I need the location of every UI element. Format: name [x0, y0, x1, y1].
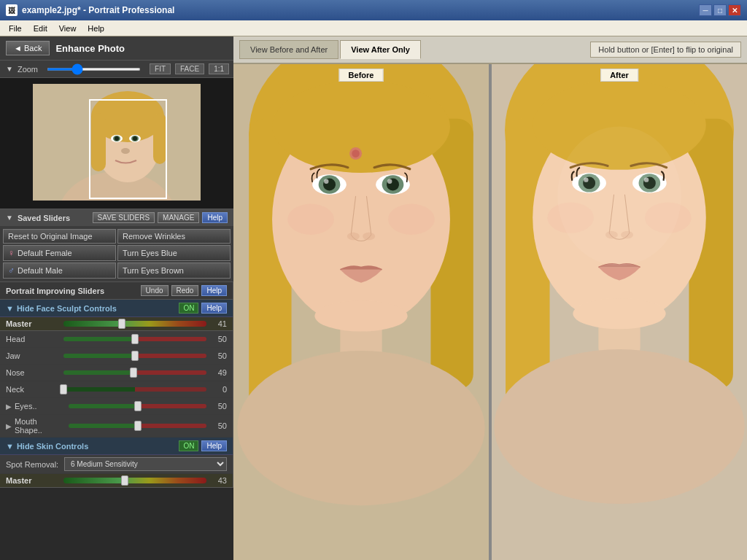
mouth-label: Mouth Shape..: [15, 417, 66, 435]
saved-sliders-help-button[interactable]: Help: [202, 212, 228, 223]
face-sculpt-master-handle[interactable]: [118, 319, 125, 329]
eyes-slider-row: ▶ Eyes.. 50: [0, 398, 233, 415]
save-sliders-button[interactable]: SAVE SLIDERS: [93, 212, 155, 223]
svg-point-20: [237, 351, 484, 505]
after-label: After: [600, 69, 638, 82]
zoom-fit-button[interactable]: FIT: [150, 63, 171, 74]
skin-controls-toggle[interactable]: ▼: [6, 442, 14, 451]
main-layout: ◄ Back Enhance Photo ▼ Zoom FIT FACE 1:1…: [0, 36, 747, 560]
spot-removal-label: Spot Removal:: [6, 460, 64, 469]
svg-point-26: [324, 179, 328, 184]
redo-button[interactable]: Redo: [171, 285, 199, 296]
jaw-track-container: [63, 350, 206, 362]
skin-master-handle[interactable]: [121, 475, 128, 486]
zoom-1to1-button[interactable]: 1:1: [209, 63, 229, 74]
portrait-section: Portrait Improving Sliders Undo Redo Hel…: [0, 282, 233, 488]
mouth-slider-row: ▶ Mouth Shape.. 50: [0, 415, 233, 438]
face-sculpt-master-track: [63, 321, 206, 327]
neck-track-container: [63, 384, 206, 395]
svg-point-56: [573, 298, 665, 329]
menu-edit[interactable]: Edit: [28, 23, 53, 34]
svg-point-36: [287, 204, 334, 235]
undo-button[interactable]: Undo: [141, 285, 169, 296]
zoom-face-button[interactable]: FACE: [175, 63, 204, 74]
skin-master-row: Master 43: [0, 474, 233, 488]
jaw-label: Jaw: [6, 351, 61, 360]
head-value: 50: [209, 335, 227, 343]
zoom-slider[interactable]: [47, 68, 141, 71]
right-panel: View Before and After View After Only Ho…: [233, 36, 747, 560]
back-button[interactable]: ◄ Back: [6, 41, 50, 55]
face-sculpt-master-value: 41: [209, 319, 227, 328]
skin-controls-help-button[interactable]: Help: [201, 440, 227, 451]
maximize-button[interactable]: □: [713, 4, 727, 16]
head-label: Head: [6, 335, 61, 343]
menu-file[interactable]: File: [3, 23, 28, 34]
skin-master-value: 43: [209, 476, 227, 485]
view-tabs: View Before and After View After Only Ho…: [233, 36, 747, 64]
left-panel-scroll[interactable]: ▼ Saved Sliders SAVE SLIDERS MANAGE Help…: [0, 209, 233, 560]
preset-reset-button[interactable]: Reset to Original Image: [3, 229, 116, 244]
mouth-handle[interactable]: [134, 421, 142, 431]
nose-slider-row: Nose 49: [0, 365, 233, 381]
svg-point-37: [388, 204, 435, 235]
face-sculpt-on-button[interactable]: ON: [179, 303, 198, 314]
svg-point-32: [363, 233, 375, 241]
svg-point-30: [387, 179, 392, 184]
eyes-expand-toggle[interactable]: ▶: [6, 402, 12, 411]
preset-female-button[interactable]: ♀ Default Female: [3, 245, 116, 261]
face-sculpt-toggle[interactable]: ▼: [6, 304, 14, 313]
thumbnail-image: [33, 84, 201, 201]
skin-controls-section: ▼ Hide Skin Controls ON Help Spot Remova…: [0, 438, 233, 488]
neck-slider-row: Neck 0: [0, 381, 233, 398]
title-bar: 🖼 example2.jpg* - Portrait Professional …: [0, 0, 747, 20]
skin-controls-on-button[interactable]: ON: [179, 440, 198, 451]
eyes-handle[interactable]: [134, 401, 142, 411]
svg-rect-5: [91, 113, 106, 171]
head-slider-row: Head 50: [0, 331, 233, 348]
before-label: Before: [339, 69, 384, 82]
saved-sliders-toggle[interactable]: ▼: [6, 214, 13, 222]
head-handle[interactable]: [131, 334, 139, 344]
svg-point-35: [314, 300, 407, 331]
thumbnail-container[interactable]: [33, 84, 201, 201]
preset-eyes-blue-button[interactable]: Turn Eyes Blue: [117, 245, 231, 261]
undo-redo-row: Portrait Improving Sliders Undo Redo Hel…: [0, 282, 233, 300]
mouth-expand-toggle[interactable]: ▶: [6, 422, 12, 430]
face-sculpt-master-row: Master 41: [0, 317, 233, 331]
nose-label: Nose: [6, 368, 61, 377]
neck-value: 0: [209, 385, 227, 394]
manage-button[interactable]: MANAGE: [158, 212, 199, 223]
face-sculpt-help-button[interactable]: Help: [201, 303, 227, 314]
image-area: Before: [233, 64, 747, 560]
zoom-section: ▼ Zoom FIT FACE 1:1 +: [0, 61, 233, 78]
menu-view[interactable]: View: [53, 23, 82, 34]
svg-point-9: [115, 136, 119, 141]
svg-point-31: [347, 233, 360, 241]
close-button[interactable]: ✕: [728, 4, 741, 16]
tab-before-after[interactable]: View Before and After: [239, 40, 338, 59]
eyes-track-container: [69, 400, 206, 412]
mouth-track-container: [69, 420, 206, 432]
minimize-button[interactable]: ─: [699, 4, 712, 16]
portrait-sliders-label: Portrait Improving Sliders: [6, 287, 138, 295]
saved-sliders-controls: SAVE SLIDERS MANAGE Help: [93, 212, 228, 223]
preset-eyes-brown-button[interactable]: Turn Eyes Brown: [117, 262, 231, 279]
spot-removal-row: Spot Removal: 6 Medium Sensitivity: [0, 455, 233, 474]
preset-male-button[interactable]: ♂ Default Male: [3, 262, 116, 279]
jaw-handle[interactable]: [131, 351, 139, 361]
spot-removal-select[interactable]: 6 Medium Sensitivity: [64, 457, 227, 471]
tab-after-only[interactable]: View After Only: [340, 40, 421, 59]
presets-grid: Reset to Original Image Remove Wrinkles …: [0, 226, 233, 281]
head-track-container: [63, 333, 206, 345]
zoom-label: Zoom: [18, 65, 38, 74]
before-panel: Before: [233, 64, 489, 560]
zoom-toggle[interactable]: ▼: [6, 65, 13, 73]
portrait-help-button[interactable]: Help: [201, 285, 227, 296]
neck-handle[interactable]: [60, 384, 67, 394]
thumbnail-area: [0, 78, 233, 209]
skin-controls-label: Hide Skin Controls: [17, 442, 88, 451]
preset-wrinkles-button[interactable]: Remove Wrinkles: [117, 229, 231, 244]
menu-help[interactable]: Help: [82, 23, 110, 34]
nose-handle[interactable]: [130, 368, 137, 378]
